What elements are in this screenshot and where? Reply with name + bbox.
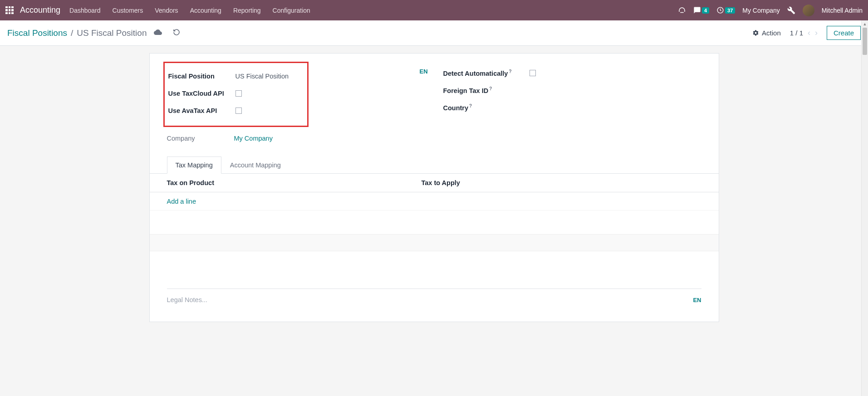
- tab-tax-mapping[interactable]: Tax Mapping: [167, 156, 221, 174]
- col-tax-on-product: Tax on Product: [167, 179, 422, 186]
- company-value[interactable]: My Company: [234, 135, 273, 142]
- form-grid: Fiscal Position US Fiscal Position Use T…: [150, 64, 719, 147]
- scrollbar-up-icon[interactable]: ▲: [862, 20, 868, 27]
- top-nav: Accounting Dashboard Customers Vendors A…: [0, 0, 868, 20]
- field-foreign-tax: Foreign Tax ID?: [443, 82, 701, 99]
- menu-vendors[interactable]: Vendors: [155, 7, 178, 14]
- field-detect-auto: Detect Automatically?: [443, 64, 701, 82]
- company-switcher[interactable]: My Company: [742, 7, 780, 14]
- menu-customers[interactable]: Customers: [113, 7, 143, 14]
- field-country: Country?: [443, 99, 701, 116]
- action-button[interactable]: Action: [752, 29, 781, 37]
- form-container: Fiscal Position US Fiscal Position Use T…: [117, 46, 752, 322]
- activities-icon[interactable]: 37: [716, 6, 735, 14]
- detect-auto-label: Detect Automatically?: [443, 69, 530, 77]
- foreign-tax-label: Foreign Tax ID?: [443, 86, 530, 94]
- right-column: EN Detect Automatically? Foreign Tax ID?…: [443, 64, 701, 147]
- tab-account-mapping[interactable]: Account Mapping: [221, 156, 289, 174]
- add-line-link[interactable]: Add a line: [167, 198, 196, 205]
- create-button[interactable]: Create: [827, 26, 861, 40]
- col-tax-to-apply: Tax to Apply: [421, 179, 701, 186]
- help-icon[interactable]: ?: [469, 103, 472, 108]
- gear-icon: [752, 29, 759, 36]
- cloud-save-icon[interactable]: [154, 28, 162, 38]
- breadcrumb-sep: /: [71, 28, 73, 38]
- support-icon[interactable]: [678, 6, 686, 15]
- use-taxcloud-checkbox[interactable]: [235, 90, 242, 97]
- legal-notes-input[interactable]: [167, 296, 688, 303]
- company-label: Company: [167, 135, 234, 142]
- action-label: Action: [762, 29, 781, 37]
- messages-icon[interactable]: 4: [693, 6, 709, 14]
- breadcrumb-parent[interactable]: Fiscal Positions: [7, 28, 67, 38]
- pager-next-icon[interactable]: ›: [815, 28, 818, 38]
- country-label: Country?: [443, 103, 530, 112]
- activities-badge: 37: [725, 7, 735, 14]
- tax-mapping-table: Tax on Product Tax to Apply Add a line: [150, 174, 719, 275]
- form-sheet: Fiscal Position US Fiscal Position Use T…: [149, 53, 719, 322]
- menu-dashboard[interactable]: Dashboard: [69, 7, 101, 14]
- spacer-row: [150, 234, 719, 251]
- pager-text: 1 / 1: [790, 29, 803, 37]
- use-avatax-label: Use AvaTax API: [168, 107, 235, 114]
- tabs: Tax Mapping Account Mapping: [150, 156, 719, 174]
- field-use-avatax: Use AvaTax API: [168, 102, 302, 119]
- user-name[interactable]: Mitchell Admin: [822, 7, 863, 14]
- fiscal-position-value[interactable]: US Fiscal Position: [235, 73, 289, 80]
- app-brand[interactable]: Accounting: [20, 5, 60, 15]
- messages-badge: 4: [702, 7, 709, 14]
- breadcrumb-current: US Fiscal Position: [77, 28, 147, 38]
- menu-reporting[interactable]: Reporting: [233, 7, 261, 14]
- scrollbar-thumb[interactable]: [863, 28, 867, 55]
- scrollbar[interactable]: ▲: [861, 20, 868, 322]
- table-header: Tax on Product Tax to Apply: [150, 174, 719, 192]
- pager: 1 / 1 ‹ ›: [790, 28, 818, 38]
- help-icon[interactable]: ?: [489, 86, 492, 91]
- field-fiscal-position: Fiscal Position US Fiscal Position: [168, 68, 302, 85]
- blank-row: [150, 251, 719, 275]
- highlight-box: Fiscal Position US Fiscal Position Use T…: [163, 62, 309, 127]
- blank-row: [150, 210, 719, 234]
- main-menu: Dashboard Customers Vendors Accounting R…: [69, 7, 310, 14]
- use-avatax-checkbox[interactable]: [235, 108, 242, 114]
- legal-notes-section: EN: [167, 288, 701, 322]
- control-right: Action 1 / 1 ‹ › Create: [752, 26, 861, 40]
- left-column: Fiscal Position US Fiscal Position Use T…: [167, 64, 425, 147]
- field-company: Company My Company: [167, 130, 425, 147]
- apps-icon[interactable]: [5, 6, 14, 15]
- discard-icon[interactable]: [173, 29, 180, 37]
- nav-right: 4 37 My Company Mitchell Admin: [678, 5, 863, 16]
- breadcrumb: Fiscal Positions / US Fiscal Position: [7, 28, 180, 38]
- control-bar: Fiscal Positions / US Fiscal Position Ac…: [0, 20, 868, 46]
- en-language-tag[interactable]: EN: [420, 68, 428, 75]
- pager-prev-icon[interactable]: ‹: [808, 28, 810, 38]
- menu-configuration[interactable]: Configuration: [273, 7, 310, 14]
- avatar[interactable]: [803, 5, 814, 16]
- fiscal-position-label: Fiscal Position: [168, 73, 235, 80]
- field-use-taxcloud: Use TaxCloud API: [168, 85, 302, 102]
- table-row: Add a line: [150, 192, 719, 210]
- en-language-tag[interactable]: EN: [693, 297, 701, 303]
- help-icon[interactable]: ?: [509, 69, 511, 74]
- menu-accounting[interactable]: Accounting: [190, 7, 221, 14]
- use-taxcloud-label: Use TaxCloud API: [168, 90, 235, 97]
- debug-icon[interactable]: [787, 6, 795, 15]
- detect-auto-checkbox[interactable]: [530, 70, 536, 76]
